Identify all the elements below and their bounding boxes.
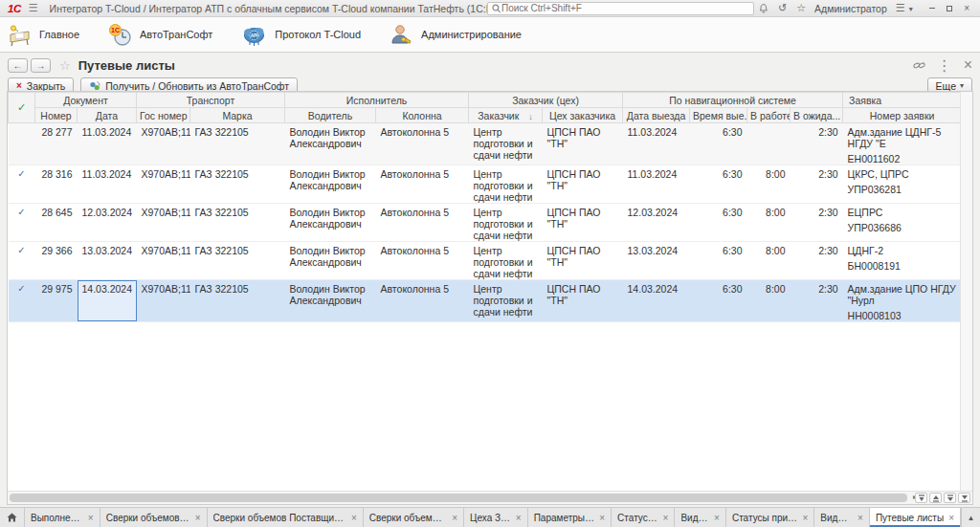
col-driver[interactable]: Водитель (285, 108, 376, 123)
cell-customer[interactable]: Центр подготовки и сдачи нефти (469, 204, 543, 242)
cell-request[interactable]: Адм.здание ЦДНГ-5 НГДУ "ЕЕН0011602 (843, 123, 962, 165)
current-user[interactable]: Администратор (814, 3, 887, 14)
cell-date[interactable]: 12.03.2024 (78, 204, 137, 242)
tab-close-icon[interactable]: × (599, 513, 605, 523)
cell-customer[interactable]: Центр подготовки и сдачи нефти (469, 280, 543, 322)
cell-driver[interactable]: Володин Виктор Александрович (285, 123, 376, 165)
cell-model[interactable]: ГАЗ 322105 (190, 280, 285, 322)
cell-customer[interactable]: Центр подготовки и сдачи нефти (469, 123, 543, 165)
tab-close-icon[interactable]: × (195, 513, 201, 523)
cell-depart-time[interactable]: 6:30 (690, 123, 747, 165)
go-first-button[interactable] (915, 493, 927, 503)
tab-statusy-prinyatykh-uslug[interactable]: Статусы принятых услуг× (726, 508, 814, 527)
tab-close-icon[interactable]: × (948, 513, 954, 523)
cell-model[interactable]: ГАЗ 322105 (190, 242, 285, 280)
tab-sverki-zakazchikom[interactable]: Сверки объемов Заказчиком× (364, 508, 464, 527)
cell-customer[interactable]: Центр подготовки и сдачи нефти (469, 165, 543, 204)
go-last-button[interactable] (958, 493, 970, 503)
cell-number[interactable]: 29 366 (35, 242, 78, 280)
link-icon[interactable] (913, 60, 925, 71)
cell-check[interactable]: ✓ (9, 280, 35, 322)
table-row[interactable]: ✓ 28 316 11.03.2024 Х970АВ;116 ГАЗ 32210… (9, 165, 962, 204)
cell-request[interactable]: Адм.здание ЦПО НГДУ "НурлНН0008103 (843, 280, 962, 322)
col-column[interactable]: Колонна (376, 108, 469, 123)
cell-depart-date[interactable]: 12.03.2024 (623, 204, 690, 242)
cell-column[interactable]: Автоколонна 5 (376, 204, 469, 242)
col-date[interactable]: Дата (78, 108, 137, 123)
cell-in-work[interactable]: 8:00 (747, 165, 791, 204)
tab-vidy-zayavok[interactable]: Виды заявок× (814, 508, 870, 527)
cell-driver[interactable]: Володин Виктор Александрович (285, 204, 376, 242)
table-row[interactable]: 28 277 11.03.2024 Х970АВ;116 ГАЗ 322105 … (9, 123, 962, 165)
cell-waiting[interactable]: 2:30 (791, 165, 843, 204)
cell-number[interactable]: 28 316 (35, 165, 78, 204)
cell-depart-date[interactable]: 13.03.2024 (623, 242, 690, 280)
tab-close-icon[interactable]: × (663, 513, 669, 523)
section-main[interactable]: Главное (8, 23, 79, 47)
cell-model[interactable]: ГАЗ 322105 (190, 165, 285, 204)
cell-waiting[interactable]: 2:30 (791, 204, 843, 242)
col-in-work[interactable]: В работе (747, 108, 791, 123)
table-row[interactable]: ✓ 28 645 12.03.2024 Х970АВ;116 ГАЗ 32210… (9, 204, 962, 242)
posted-check-header-icon[interactable]: ✓ (9, 93, 35, 123)
notifications-bell-icon[interactable] (759, 3, 768, 14)
cell-depart-time[interactable]: 6:30 (690, 242, 747, 280)
tab-close-icon[interactable]: × (858, 513, 863, 523)
cell-date[interactable]: 11.03.2024 (78, 123, 137, 165)
tab-close-icon[interactable]: × (714, 513, 720, 523)
section-protocol-tcloud[interactable]: API Протокол T-Cloud (241, 23, 361, 47)
col-customer[interactable]: Заказчик↓ (469, 108, 543, 123)
cell-number[interactable]: 28 277 (35, 123, 78, 165)
page-favorite-star-icon[interactable]: ☆ (59, 58, 71, 73)
cell-check[interactable]: ✓ (9, 204, 35, 242)
tab-parametry-vyrabotki[interactable]: Параметры выработки× (528, 508, 612, 527)
col-model[interactable]: Марка (190, 108, 285, 123)
cell-request[interactable]: ЕЦПРСУПР036686 (843, 204, 962, 242)
section-administration[interactable]: Администрирование (390, 23, 522, 47)
service-menu-icon[interactable]: ☰▾ (896, 3, 917, 13)
global-search[interactable] (487, 2, 754, 15)
col-request-number[interactable]: Номер заявки (843, 108, 962, 123)
cell-depart-time[interactable]: 6:30 (690, 204, 747, 242)
back-button[interactable]: ← (8, 58, 28, 73)
cell-request[interactable]: ЦКРС, ЦПРСУПР036281 (843, 165, 962, 204)
tab-sverki-postavshchikom[interactable]: Сверки объемов Поставщиком× (100, 508, 208, 527)
cell-plate[interactable]: Х970АВ;116 (137, 242, 190, 280)
search-input[interactable] (501, 3, 749, 13)
cell-depart-date[interactable]: 11.03.2024 (623, 165, 690, 204)
go-prev-button[interactable] (929, 493, 942, 503)
cell-dept[interactable]: ЦПСН ПАО "ТН" (543, 123, 623, 165)
cell-depart-date[interactable]: 11.03.2024 (623, 123, 690, 165)
cell-check[interactable] (9, 123, 35, 165)
horizontal-scrollbar[interactable]: ▸ (8, 491, 972, 504)
cell-plate[interactable]: Х970АВ;116 (137, 204, 190, 242)
cell-number[interactable]: 29 975 (35, 280, 78, 322)
cell-in-work[interactable] (747, 123, 791, 165)
cell-plate[interactable]: Х970АВ;116 (137, 123, 190, 165)
tab-close-icon[interactable]: × (802, 513, 808, 523)
hscroll-thumb[interactable] (10, 494, 907, 502)
cell-waiting[interactable]: 2:30 (791, 280, 843, 322)
home-tab[interactable] (0, 508, 25, 527)
cell-column[interactable]: Автоколонна 5 (376, 165, 469, 204)
cell-depart-date[interactable]: 14.03.2024 (623, 280, 690, 322)
cell-dept[interactable]: ЦПСН ПАО "ТН" (543, 204, 623, 242)
col-depart-time[interactable]: Время вые... (690, 108, 747, 123)
tab-close-icon[interactable]: × (452, 513, 457, 523)
cell-customer[interactable]: Центр подготовки и сдачи нефти (469, 242, 543, 280)
cell-model[interactable]: ГАЗ 322105 (190, 204, 285, 242)
tab-close-icon[interactable]: × (516, 513, 522, 523)
go-next-button[interactable] (944, 493, 956, 503)
cell-dept[interactable]: ЦПСН ПАО "ТН" (543, 165, 623, 204)
tab-tsekha-zakazchika[interactable]: Цеха Заказчика× (464, 508, 528, 527)
tab-vypolnenie-zayavok[interactable]: Выполнение заявок× (25, 508, 100, 527)
tab-close-icon[interactable]: × (88, 513, 94, 523)
form-close-icon[interactable]: × (964, 56, 972, 74)
cell-waiting[interactable]: 2:30 (791, 123, 843, 165)
tab-sverki-postavshchikom-upr045795[interactable]: Сверки объемов Поставщиком УПР045795 от … (208, 508, 364, 527)
cell-in-work[interactable]: 8:00 (747, 204, 791, 242)
minimize-button[interactable] (929, 8, 935, 9)
form-more-icon[interactable]: ⋮ (937, 56, 952, 75)
tab-statusy-zayavok[interactable]: Статусы заявок× (612, 508, 675, 527)
cell-depart-time[interactable]: 6:30 (690, 165, 747, 204)
